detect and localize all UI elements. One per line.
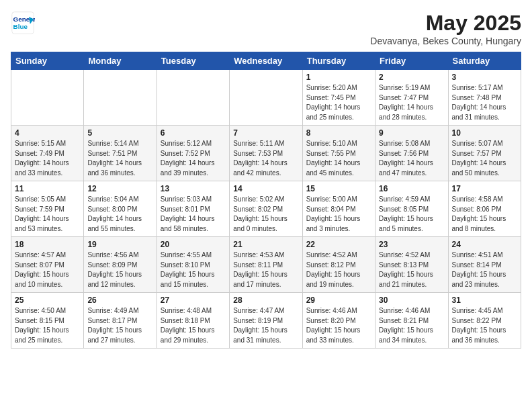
day-number: 26 [87,295,152,305]
calendar-cell: 29Sunrise: 4:46 AM Sunset: 8:20 PM Dayli… [302,293,375,349]
day-number: 11 [15,184,80,193]
location-subtitle: Devavanya, Bekes County, Hungary [370,36,521,46]
day-number: 18 [15,240,80,249]
day-number: 29 [306,295,371,305]
calendar-cell: 25Sunrise: 4:50 AM Sunset: 8:15 PM Dayli… [11,293,84,349]
week-row-3: 11Sunrise: 5:05 AM Sunset: 7:59 PM Dayli… [11,181,521,237]
day-of-week-row: SundayMondayTuesdayWednesdayThursdayFrid… [11,52,521,70]
dow-header-saturday: Saturday [448,52,521,70]
day-info: Sunrise: 4:46 AM Sunset: 8:20 PM Dayligh… [306,306,371,345]
day-number: 19 [87,240,152,249]
day-info: Sunrise: 5:17 AM Sunset: 7:48 PM Dayligh… [452,83,517,122]
calendar-cell: 12Sunrise: 5:04 AM Sunset: 8:00 PM Dayli… [84,181,157,237]
day-number: 7 [233,128,298,138]
day-info: Sunrise: 4:49 AM Sunset: 8:17 PM Dayligh… [87,306,152,345]
calendar-cell: 22Sunrise: 4:52 AM Sunset: 8:12 PM Dayli… [302,237,375,293]
calendar-cell: 17Sunrise: 4:58 AM Sunset: 8:06 PM Dayli… [448,181,521,237]
calendar-cell: 21Sunrise: 4:53 AM Sunset: 8:11 PM Dayli… [230,237,302,293]
calendar-cell: 11Sunrise: 5:05 AM Sunset: 7:59 PM Dayli… [11,181,84,237]
calendar-cell: 30Sunrise: 4:46 AM Sunset: 8:21 PM Dayli… [375,293,448,349]
calendar-cell [11,70,84,126]
day-info: Sunrise: 5:15 AM Sunset: 7:49 PM Dayligh… [15,139,80,178]
calendar-cell: 10Sunrise: 5:07 AM Sunset: 7:57 PM Dayli… [448,126,521,181]
calendar-cell: 8Sunrise: 5:10 AM Sunset: 7:55 PM Daylig… [302,126,375,181]
calendar-cell: 16Sunrise: 4:59 AM Sunset: 8:05 PM Dayli… [375,181,448,237]
calendar-cell: 18Sunrise: 4:57 AM Sunset: 8:07 PM Dayli… [11,237,84,293]
title-block: May 2025 Devavanya, Bekes County, Hungar… [370,11,521,46]
day-number: 2 [379,73,444,82]
calendar-cell: 31Sunrise: 4:45 AM Sunset: 8:22 PM Dayli… [448,293,521,349]
day-info: Sunrise: 5:12 AM Sunset: 7:52 PM Dayligh… [161,139,226,178]
calendar-cell [230,70,302,126]
dow-header-wednesday: Wednesday [230,52,302,70]
day-info: Sunrise: 4:52 AM Sunset: 8:12 PM Dayligh… [306,250,371,289]
day-number: 6 [161,128,226,138]
day-info: Sunrise: 5:04 AM Sunset: 8:00 PM Dayligh… [87,195,152,234]
calendar-cell: 7Sunrise: 5:11 AM Sunset: 7:53 PM Daylig… [230,126,302,181]
day-number: 16 [379,184,444,193]
day-number: 24 [452,240,517,249]
svg-text:Blue: Blue [13,23,28,30]
day-number: 8 [306,128,371,138]
day-number: 1 [306,73,371,82]
calendar-cell: 23Sunrise: 4:52 AM Sunset: 8:13 PM Dayli… [375,237,448,293]
day-info: Sunrise: 5:02 AM Sunset: 8:02 PM Dayligh… [233,195,298,234]
day-info: Sunrise: 5:08 AM Sunset: 7:56 PM Dayligh… [379,139,444,178]
dow-header-tuesday: Tuesday [157,52,229,70]
day-number: 12 [87,184,152,193]
day-info: Sunrise: 4:47 AM Sunset: 8:19 PM Dayligh… [233,306,298,345]
logo: General Blue [11,11,35,35]
calendar-cell: 20Sunrise: 4:55 AM Sunset: 8:10 PM Dayli… [157,237,229,293]
week-row-4: 18Sunrise: 4:57 AM Sunset: 8:07 PM Dayli… [11,237,521,293]
week-row-1: 1Sunrise: 5:20 AM Sunset: 7:45 PM Daylig… [11,70,521,126]
day-number: 15 [306,184,371,193]
day-info: Sunrise: 4:46 AM Sunset: 8:21 PM Dayligh… [379,306,444,345]
day-number: 3 [452,73,517,82]
day-info: Sunrise: 5:11 AM Sunset: 7:53 PM Dayligh… [233,139,298,178]
day-info: Sunrise: 4:58 AM Sunset: 8:06 PM Dayligh… [452,195,517,234]
day-info: Sunrise: 5:20 AM Sunset: 7:45 PM Dayligh… [306,83,371,122]
day-number: 31 [452,295,517,305]
day-info: Sunrise: 4:56 AM Sunset: 8:09 PM Dayligh… [87,250,152,289]
day-number: 9 [379,128,444,138]
day-number: 13 [161,184,226,193]
day-info: Sunrise: 5:14 AM Sunset: 7:51 PM Dayligh… [87,139,152,178]
day-info: Sunrise: 4:51 AM Sunset: 8:14 PM Dayligh… [452,250,517,289]
calendar-cell: 15Sunrise: 5:00 AM Sunset: 8:04 PM Dayli… [302,181,375,237]
calendar-cell: 2Sunrise: 5:19 AM Sunset: 7:47 PM Daylig… [375,70,448,126]
day-number: 21 [233,240,298,249]
calendar-cell [84,70,157,126]
dow-header-friday: Friday [375,52,448,70]
day-info: Sunrise: 5:05 AM Sunset: 7:59 PM Dayligh… [15,195,80,234]
day-number: 25 [15,295,80,305]
day-info: Sunrise: 5:07 AM Sunset: 7:57 PM Dayligh… [452,139,517,178]
day-info: Sunrise: 4:52 AM Sunset: 8:13 PM Dayligh… [379,250,444,289]
day-info: Sunrise: 4:48 AM Sunset: 8:18 PM Dayligh… [161,306,226,345]
day-info: Sunrise: 4:53 AM Sunset: 8:11 PM Dayligh… [233,250,298,289]
day-number: 30 [379,295,444,305]
day-number: 23 [379,240,444,249]
day-info: Sunrise: 4:57 AM Sunset: 8:07 PM Dayligh… [15,250,80,289]
calendar-cell: 28Sunrise: 4:47 AM Sunset: 8:19 PM Dayli… [230,293,302,349]
day-number: 10 [452,128,517,138]
calendar-cell: 6Sunrise: 5:12 AM Sunset: 7:52 PM Daylig… [157,126,229,181]
dow-header-monday: Monday [84,52,157,70]
day-number: 20 [161,240,226,249]
calendar-cell [157,70,229,126]
day-info: Sunrise: 5:00 AM Sunset: 8:04 PM Dayligh… [306,195,371,234]
day-number: 5 [87,128,152,138]
day-number: 28 [233,295,298,305]
day-number: 4 [15,128,80,138]
week-row-2: 4Sunrise: 5:15 AM Sunset: 7:49 PM Daylig… [11,126,521,181]
calendar-cell: 3Sunrise: 5:17 AM Sunset: 7:48 PM Daylig… [448,70,521,126]
calendar-cell: 27Sunrise: 4:48 AM Sunset: 8:18 PM Dayli… [157,293,229,349]
day-info: Sunrise: 5:10 AM Sunset: 7:55 PM Dayligh… [306,139,371,178]
week-row-5: 25Sunrise: 4:50 AM Sunset: 8:15 PM Dayli… [11,293,521,349]
calendar-cell: 4Sunrise: 5:15 AM Sunset: 7:49 PM Daylig… [11,126,84,181]
calendar-cell: 1Sunrise: 5:20 AM Sunset: 7:45 PM Daylig… [302,70,375,126]
calendar-cell: 13Sunrise: 5:03 AM Sunset: 8:01 PM Dayli… [157,181,229,237]
dow-header-sunday: Sunday [11,52,84,70]
day-info: Sunrise: 4:55 AM Sunset: 8:10 PM Dayligh… [161,250,226,289]
day-number: 27 [161,295,226,305]
calendar-table: SundayMondayTuesdayWednesdayThursdayFrid… [11,52,521,349]
